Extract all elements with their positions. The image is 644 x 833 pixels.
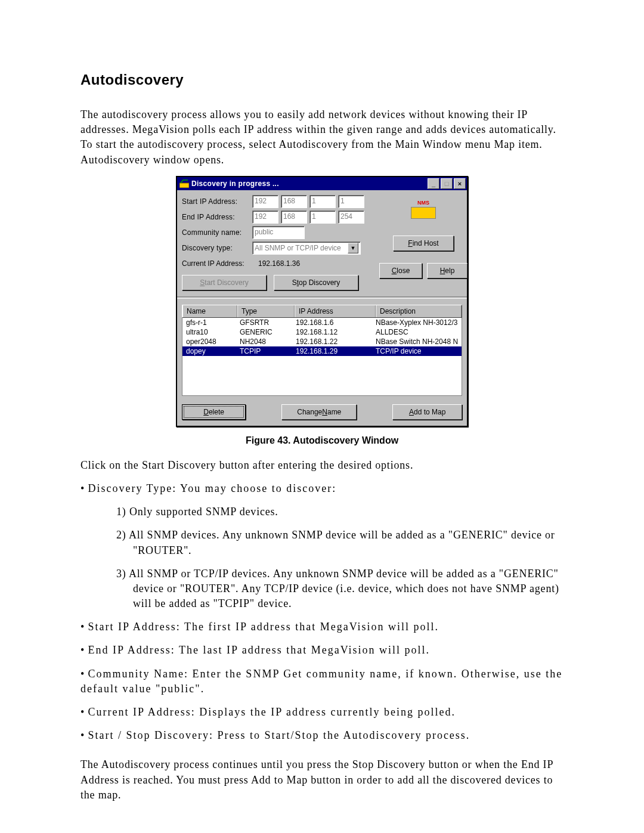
bullet-comm: • Community Name: Enter the SNMP Get com… <box>80 667 564 696</box>
header-desc[interactable]: Description <box>376 305 462 317</box>
svg-rect-0 <box>179 183 189 188</box>
table-row[interactable]: dopeyTCPIP192.168.1.29TCP/IP device <box>182 346 462 356</box>
header-name[interactable]: Name <box>182 305 237 317</box>
add-to-map-button[interactable]: Add to Map <box>392 404 462 420</box>
header-type[interactable]: Type <box>237 305 295 317</box>
nms-logo-text: NMS <box>417 200 429 206</box>
end-ip-octet-2[interactable]: 168 <box>281 210 307 224</box>
start-discovery-button: Start Discovery <box>182 275 267 290</box>
end-ip-octet-3[interactable]: 1 <box>309 210 336 224</box>
community-label: Community name: <box>182 228 252 237</box>
titlebar: Discovery in progress ... _ □ × <box>177 177 467 190</box>
list-header: Name Type IP Address Description <box>182 305 462 318</box>
find-host-button[interactable]: Find Host <box>393 236 454 251</box>
current-ip-label: Current IP Address: <box>182 259 258 268</box>
bullet-d2: 2) All SNMP devices. Any unknown SNMP de… <box>116 528 564 558</box>
discovery-type-select[interactable]: All SNMP or TCP/IP device ▼ <box>252 241 361 255</box>
end-ip-label: End IP Address: <box>182 213 252 221</box>
bullet-d1: 1) Only supported SNMP devices. <box>116 504 564 519</box>
table-row[interactable]: oper2048NH2048192.168.1.22NBase Switch N… <box>182 337 462 346</box>
minimize-button[interactable]: _ <box>428 178 439 189</box>
bullet-ss: • Start / Stop Discovery: Press to Start… <box>80 728 564 743</box>
para-start: Click on the Start Discovery button afte… <box>80 458 564 473</box>
header-ip[interactable]: IP Address <box>295 305 376 317</box>
discovery-type-value: All SNMP or TCP/IP device <box>255 243 341 253</box>
intro-paragraph: The autodiscovery process allows you to … <box>80 107 564 168</box>
current-ip-value: 192.168.1.36 <box>258 259 300 268</box>
bullet-disc-type: • Discovery Type: You may choose to disc… <box>80 481 564 496</box>
start-ip-octet-2[interactable]: 168 <box>281 195 307 208</box>
para-end: The Autodiscovery process continues unti… <box>80 757 564 803</box>
figure-caption: Figure 43. Autodiscovery Window <box>80 435 564 446</box>
start-ip-label: Start IP Address: <box>182 197 252 206</box>
separator <box>177 296 467 299</box>
end-ip-octet-4[interactable]: 254 <box>338 210 364 224</box>
nms-logo: NMS <box>409 197 438 221</box>
title-text: Discovery in progress ... <box>191 179 426 188</box>
community-input[interactable]: public <box>252 226 305 239</box>
start-ip-octet-4[interactable]: 1 <box>338 195 364 208</box>
autodiscovery-dialog: Discovery in progress ... _ □ × Start IP… <box>176 176 468 427</box>
page-heading: Autodiscovery <box>80 72 564 88</box>
change-name-button[interactable]: Change Name <box>281 404 357 420</box>
bullet-d3: 3) All SNMP or TCP/IP devices. Any unkno… <box>116 566 564 612</box>
help-button[interactable]: Help <box>427 263 467 278</box>
start-ip-octet-3[interactable]: 1 <box>309 195 336 208</box>
device-list[interactable]: gfs-r-1GFSRTR192.168.1.6NBase-Xyplex NH-… <box>182 318 462 396</box>
close-window-button[interactable]: × <box>454 178 466 189</box>
stop-discovery-button[interactable]: Stop Discovery <box>274 275 358 290</box>
table-row[interactable]: ultra10GENERIC192.168.1.12ALLDESC <box>182 327 462 337</box>
bullet-cur: • Current IP Address: Displays the IP ad… <box>80 705 564 720</box>
bullet-startip: • Start IP Address: The first IP address… <box>80 620 564 634</box>
close-button[interactable]: Close <box>379 263 422 278</box>
delete-button[interactable]: Delete <box>182 404 246 420</box>
maximize-button: □ <box>441 178 453 189</box>
table-row[interactable]: gfs-r-1GFSRTR192.168.1.6NBase-Xyplex NH-… <box>182 318 462 327</box>
start-ip-octet-1[interactable]: 192 <box>252 195 278 208</box>
bullet-endip: • End IP Address: The last IP address th… <box>80 643 564 658</box>
app-icon <box>179 179 189 188</box>
chevron-down-icon[interactable]: ▼ <box>348 243 358 253</box>
end-ip-octet-1[interactable]: 192 <box>252 210 278 224</box>
discovery-type-label: Discovery type: <box>182 244 252 252</box>
